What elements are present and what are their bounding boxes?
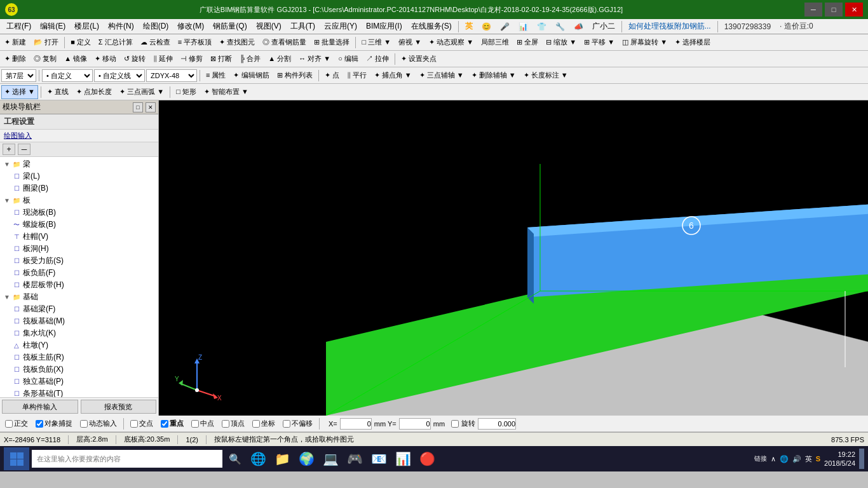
no-offset-checkbox[interactable] — [283, 420, 290, 428]
local-3d-button[interactable]: 局部三维 — [478, 36, 512, 50]
taskbar-search[interactable] — [32, 450, 222, 468]
tree-raft-main-rebar[interactable]: ☐ 筏板主筋(R) — [1, 351, 157, 363]
close-button[interactable]: ✕ — [845, 3, 863, 17]
tree-floor-band[interactable]: ☐ 楼层板带(H) — [1, 279, 157, 291]
snap-angle-btn[interactable]: ✦ 捕点角 ▼ — [371, 69, 415, 83]
menu-mic[interactable]: 🎤 — [496, 21, 513, 32]
point-btn[interactable]: ✦ 点 — [322, 69, 342, 83]
tree-col-cap[interactable]: ⊤ 柱帽(V) — [1, 231, 157, 243]
line-tool-button[interactable]: ✦ 直线 — [44, 85, 72, 99]
snap-midpoint[interactable]: 中点 — [189, 417, 217, 430]
menu-view[interactable]: 视图(V) — [252, 20, 285, 33]
calculate-button[interactable]: Σ 汇总计算 — [95, 36, 136, 50]
delete-button[interactable]: ✦ 删除 — [1, 52, 29, 66]
y-coord-input[interactable] — [399, 418, 431, 430]
snap-dynamic[interactable]: 动态输入 — [78, 417, 119, 430]
menu-wrench[interactable]: 🔧 — [552, 21, 569, 32]
dynamic-input-checkbox[interactable] — [80, 420, 88, 428]
select-tool-button[interactable]: ✦ 选择 ▼ — [1, 85, 38, 99]
copy-button[interactable]: ◎ 复制 — [31, 52, 60, 66]
auto-place-button[interactable]: ✦ 智能布置 ▼ — [201, 85, 252, 99]
nav-title[interactable]: 工程设置 — [4, 117, 34, 126]
menu-tip[interactable]: 如何处理筏板附加钢筋... — [625, 20, 715, 33]
menu-rebar-qty[interactable]: 钢筋量(Q) — [209, 20, 250, 33]
trim-button[interactable]: ⊣ 修剪 — [177, 52, 206, 66]
snap-ortho[interactable]: 正交 — [3, 417, 31, 430]
show-desktop-btn[interactable] — [859, 449, 864, 469]
menu-assistant[interactable]: 广小二 — [588, 20, 619, 33]
taskbar-app4-icon[interactable]: 🎮 — [344, 449, 365, 469]
heavy-midpoint-checkbox[interactable] — [161, 420, 168, 428]
panel-close-btn[interactable]: ✕ — [146, 102, 156, 112]
select-floor-button[interactable]: ✦ 选择楼层 — [672, 36, 714, 50]
edit-button[interactable]: ○ 编辑 — [335, 52, 362, 66]
fullscreen-button[interactable]: ⊞ 全屏 — [513, 36, 541, 50]
coord-checkbox[interactable] — [252, 420, 260, 428]
tree-slab-rebar-S[interactable]: ☐ 板受力筋(S) — [1, 255, 157, 267]
object-snap-checkbox[interactable] — [36, 420, 43, 428]
arc-button[interactable]: ✦ 三点画弧 ▼ — [116, 85, 167, 99]
point-length-button[interactable]: ✦ 点加长度 — [73, 85, 115, 99]
view-rebar-button[interactable]: ◎ 查看钢筋量 — [259, 36, 309, 50]
rotate-checkbox[interactable] — [451, 420, 459, 428]
tree-foundation-group[interactable]: ▼ 📁 基础 — [1, 291, 157, 303]
tree-spiral-slab[interactable]: 〜 螺旋板(B) — [1, 219, 157, 231]
3d-viewport[interactable]: 6 3300 Z X Y — [159, 100, 868, 416]
cloud-check-button[interactable]: ☁ 云检查 — [137, 36, 173, 50]
rect-button[interactable]: □ 矩形 — [173, 85, 200, 99]
zoom-button[interactable]: ⊟ 缩放 ▼ — [543, 36, 580, 50]
mirror-button[interactable]: ▲ 镜像 — [61, 52, 90, 66]
spec-select[interactable]: ZDYX-48 — [146, 69, 197, 82]
restore-button[interactable]: □ — [825, 3, 843, 17]
properties-button[interactable]: ≡ 属性 — [203, 69, 229, 83]
menu-emoji[interactable]: 😊 — [478, 21, 495, 32]
menu-edit[interactable]: 编辑(E) — [36, 20, 69, 33]
snap-vertex[interactable]: 顶点 — [219, 417, 247, 430]
snap-object[interactable]: 对象捕捉 — [33, 417, 75, 430]
tree-col-pier[interactable]: △ 柱墩(Y) — [1, 339, 157, 351]
taskbar-ie-icon[interactable]: 🌐 — [248, 449, 268, 469]
tray-up-arrow[interactable]: ∧ — [771, 455, 776, 463]
tree-slab-group[interactable]: ▼ 📁 板 — [1, 194, 157, 207]
parallel-btn[interactable]: ‖ 平行 — [344, 69, 370, 83]
minimize-button[interactable]: ─ — [804, 3, 822, 17]
menu-modify[interactable]: 修改(M) — [173, 20, 208, 33]
merge-button[interactable]: ╠ 合并 — [236, 52, 264, 66]
define-button[interactable]: ■ 定义 — [67, 36, 94, 50]
report-preview-btn[interactable]: 报表预览 — [81, 400, 157, 414]
x-coord-input[interactable] — [340, 418, 372, 430]
midpoint-checkbox[interactable] — [191, 420, 199, 428]
vertex-checkbox[interactable] — [222, 420, 229, 428]
screen-rotate-button[interactable]: ◫ 屏幕旋转 ▼ — [619, 36, 670, 50]
menu-lang[interactable]: 英 — [461, 20, 477, 33]
tree-raft-neg-rebar[interactable]: ☐ 筏板负筋(X) — [1, 363, 157, 376]
break-button[interactable]: ⊠ 打断 — [207, 52, 235, 66]
snap-no-offset[interactable]: 不偏移 — [280, 417, 315, 430]
panel-float-btn[interactable]: □ — [133, 102, 143, 112]
align-button[interactable]: ↔ 对齐 ▼ — [295, 52, 334, 66]
menu-shirt[interactable]: 👕 — [533, 21, 550, 32]
def-select[interactable]: • 自定义 — [42, 69, 93, 82]
pan-button[interactable]: ⊞ 平移 ▼ — [581, 36, 618, 50]
tree-beam-group[interactable]: ▼ 📁 梁 — [1, 158, 157, 170]
snap-intersection[interactable]: 交点 — [128, 417, 156, 430]
menu-announce[interactable]: 📣 — [570, 21, 587, 32]
extend-button[interactable]: ‖ 延伸 — [150, 52, 176, 66]
tree-strip-found[interactable]: ☐ 条形基础(T) — [1, 388, 157, 397]
tray-lang[interactable]: 英 — [805, 454, 812, 464]
3d-button[interactable]: □ 三维 ▼ — [358, 36, 394, 50]
split-button[interactable]: ▲ 分割 — [265, 52, 294, 66]
move-button[interactable]: ✦ 移动 — [92, 52, 119, 66]
taskbar-app6-icon[interactable]: 🔴 — [417, 449, 437, 469]
tree-cast-slab[interactable]: ☐ 现浇板(B) — [1, 207, 157, 219]
ortho-checkbox[interactable] — [5, 420, 13, 428]
menu-bim[interactable]: BIM应用(I) — [362, 20, 406, 33]
add-item-btn[interactable]: + — [3, 144, 15, 155]
taskbar-folder-icon[interactable]: 📁 — [272, 449, 292, 469]
tree-isolated-found[interactable]: ☐ 独立基础(P) — [1, 376, 157, 388]
rotate-button[interactable]: ↺ 旋转 — [121, 52, 149, 66]
taskbar-cortana-icon[interactable]: 🔍 — [225, 449, 245, 469]
snap-midpoint-heavy[interactable]: 重点 — [158, 417, 186, 430]
del-axis-btn[interactable]: ✦ 删除辅轴 ▼ — [468, 69, 519, 83]
taskbar-app3-icon[interactable]: 💻 — [320, 449, 341, 469]
